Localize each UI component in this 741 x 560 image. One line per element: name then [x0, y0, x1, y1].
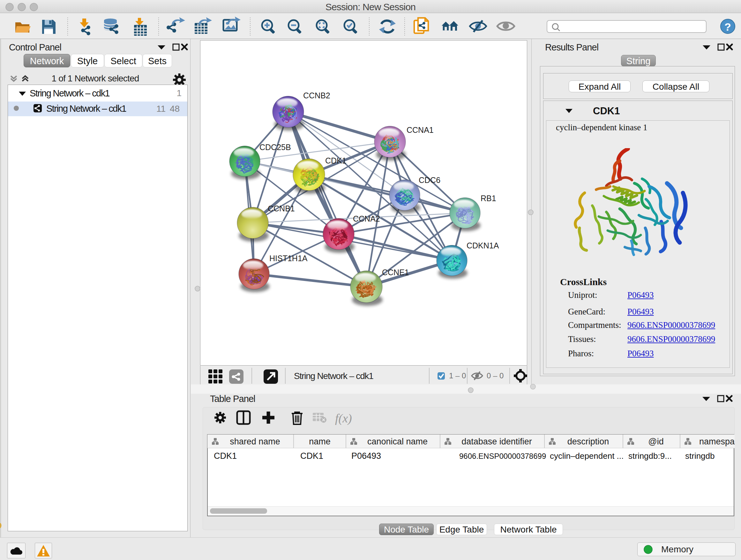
svg-text:canonical name: canonical name [367, 437, 428, 446]
svg-text:CDK1: CDK1 [214, 451, 237, 461]
svg-text:CDC25B: CDC25B [259, 143, 291, 152]
svg-text:cyclin–dependent ...: cyclin–dependent ... [550, 451, 623, 461]
svg-text:CDKN1A: CDKN1A [467, 241, 499, 250]
svg-text:CCNA2: CCNA2 [353, 214, 380, 223]
svg-text:stringdb: stringdb [685, 451, 715, 461]
svg-text:CCNB1: CCNB1 [268, 204, 295, 213]
svg-text:description: description [567, 437, 609, 446]
svg-text:0 – 0: 0 – 0 [487, 371, 503, 380]
svg-text:namespace: namespace [699, 437, 735, 446]
svg-text:database identifier: database identifier [461, 437, 532, 446]
svg-text:CCNA1: CCNA1 [407, 125, 434, 134]
svg-text:f(x): f(x) [335, 412, 352, 425]
svg-text:@id: @id [648, 437, 664, 446]
svg-text:1 – 0: 1 – 0 [449, 371, 466, 380]
svg-text:HIST1H1A: HIST1H1A [269, 254, 308, 263]
svg-text:9606.ENSP00000378699: 9606.ENSP00000378699 [459, 452, 546, 460]
svg-text:P06493: P06493 [351, 451, 381, 461]
svg-text:name: name [309, 437, 331, 446]
svg-text:RB1: RB1 [481, 194, 496, 203]
svg-text:CCNE1: CCNE1 [382, 268, 409, 277]
svg-text:CDK1: CDK1 [300, 451, 323, 461]
svg-text:String Network – cdk1: String Network – cdk1 [294, 371, 374, 381]
svg-text:CDK1: CDK1 [325, 156, 347, 165]
svg-text:CCNB2: CCNB2 [303, 91, 330, 100]
svg-text:CDC6: CDC6 [419, 176, 441, 185]
svg-text:shared name: shared name [230, 437, 280, 446]
svg-text:stringdb:9...: stringdb:9... [628, 451, 672, 461]
